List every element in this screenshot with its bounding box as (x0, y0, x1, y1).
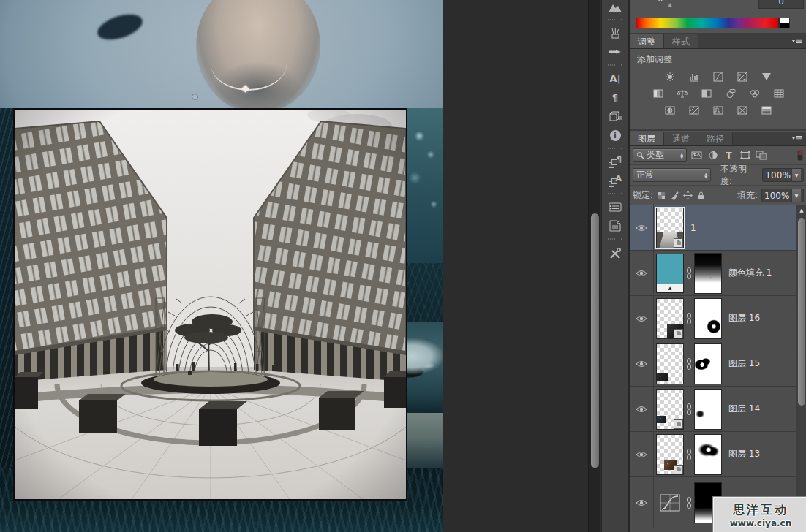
paragraph-panel-icon[interactable]: ¶ (602, 88, 628, 107)
mask-link-icon[interactable] (684, 497, 694, 509)
pixel-layer-filter-icon[interactable] (690, 151, 703, 160)
character-panel-icon[interactable]: A| (602, 69, 628, 88)
adjustment-photo-filter-icon[interactable] (723, 88, 739, 99)
layer-thumbnail[interactable] (656, 434, 684, 475)
notes-panel-icon[interactable] (602, 216, 628, 235)
layer-comps-panel-icon[interactable] (602, 197, 628, 216)
info-panel-icon[interactable]: i (602, 126, 628, 145)
tab-paths[interactable]: 路径 (698, 132, 733, 145)
tab-layers[interactable]: 图层 (630, 132, 664, 145)
layer-filtering-toggle[interactable] (796, 149, 804, 162)
opacity-field[interactable]: 100% ▼ (762, 168, 804, 182)
visibility-eye-icon[interactable] (630, 341, 654, 386)
adjustment-invert-icon[interactable] (662, 104, 678, 116)
layer-mask-thumbnail[interactable] (694, 434, 722, 475)
opacity-dropdown-arrow-icon[interactable]: ▼ (791, 169, 801, 181)
tab-adjustments[interactable]: 调整 (630, 34, 664, 48)
adjustment-vibrance-icon[interactable] (758, 71, 775, 83)
histogram-panel-icon[interactable] (602, 0, 628, 16)
black-swatch[interactable] (779, 23, 790, 28)
visibility-eye-icon[interactable] (630, 387, 654, 431)
panel-menu-icon[interactable] (791, 132, 806, 145)
mask-link-icon[interactable] (684, 358, 694, 370)
lock-all-icon[interactable] (696, 191, 706, 200)
adjustment-layer-filter-icon[interactable] (707, 151, 719, 160)
mask-link-icon[interactable] (684, 403, 694, 415)
layer-mask-thumbnail[interactable] (694, 298, 722, 339)
photoshop-workspace: A| ¶ i ¶ A (0, 0, 806, 532)
adjustment-brightness-contrast-icon[interactable] (662, 71, 678, 83)
layer-row-color-fill-1[interactable]: ▲ 颜色填充 1 (630, 251, 806, 296)
dock-group-handle[interactable] (602, 190, 628, 197)
adjustment-channel-mixer-icon[interactable] (747, 88, 763, 99)
visibility-eye-icon[interactable] (630, 432, 654, 476)
tool-presets-brush-panel-icon[interactable] (602, 42, 628, 61)
dock-group-handle[interactable] (602, 235, 628, 243)
adjustment-color-balance-icon[interactable] (674, 88, 690, 99)
lock-paint-icon[interactable] (670, 191, 679, 200)
tool-presets-panel-icon[interactable] (602, 243, 628, 265)
adjustment-levels-icon[interactable] (686, 71, 702, 83)
color-fill-thumbnail[interactable]: ▲ (656, 254, 684, 293)
adjustment-hue-saturation-icon[interactable] (650, 88, 666, 99)
adjustment-color-lookup-icon[interactable] (771, 88, 787, 99)
panel-menu-icon[interactable] (791, 34, 806, 48)
curves-adjustment-icon[interactable] (656, 494, 684, 512)
visibility-eye-icon[interactable] (630, 296, 654, 341)
layer-row-1[interactable]: 1 (630, 205, 806, 251)
color-value-field[interactable]: 0 (758, 0, 804, 9)
tab-styles[interactable]: 样式 (664, 34, 698, 48)
adjustment-gradient-map-icon[interactable] (734, 104, 750, 116)
paragraph-styles-panel-icon[interactable]: ¶ (602, 152, 628, 171)
scroll-up-arrow-icon[interactable]: ▲ (796, 205, 806, 216)
canvas-artboard[interactable] (0, 0, 443, 532)
dock-group-handle[interactable] (602, 61, 628, 69)
visibility-eye-icon[interactable] (630, 477, 654, 528)
dock-group-handle[interactable] (602, 16, 628, 23)
layer-row-14[interactable]: 图层 14 (630, 387, 806, 432)
fill-dropdown-arrow-icon[interactable]: ▼ (791, 189, 801, 202)
mask-link-icon[interactable] (684, 313, 694, 324)
mask-link-icon[interactable] (684, 449, 694, 460)
mask-link-icon[interactable] (684, 267, 694, 279)
visibility-eye-icon[interactable] (630, 251, 654, 295)
fill-field[interactable]: 100% ▼ (761, 189, 804, 202)
color-spectrum-ramp[interactable] (636, 18, 779, 28)
tab-channels[interactable]: 通道 (664, 132, 698, 145)
layer-mask-thumbnail[interactable] (694, 343, 722, 384)
layer-thumbnail[interactable] (656, 343, 684, 384)
filter-kind-dropdown[interactable]: 类型 ▲▼ (633, 148, 687, 162)
adjustment-curves-icon[interactable] (710, 71, 726, 83)
layer-row-15[interactable]: 图层 15 (630, 341, 806, 387)
layer-thumbnail[interactable] (656, 298, 684, 339)
layers-scrollbar-thumb[interactable] (798, 218, 805, 406)
shape-layer-filter-icon[interactable] (739, 151, 751, 160)
placed-photo-layer[interactable] (13, 108, 407, 501)
adjustment-black-white-icon[interactable] (698, 88, 715, 99)
document-vertical-scrollbar[interactable] (588, 0, 600, 532)
smart-object-filter-icon[interactable] (755, 151, 767, 160)
color-slider-marker-icon[interactable]: ▲ (668, 1, 672, 8)
adjustment-threshold-icon[interactable] (710, 104, 726, 116)
layer-row-16[interactable]: 图层 16 (630, 296, 806, 341)
adjustment-posterize-icon[interactable] (686, 104, 702, 116)
layer-mask-thumbnail[interactable] (694, 389, 722, 430)
lock-move-icon[interactable] (683, 191, 693, 200)
smart-object-badge-icon (674, 465, 683, 474)
brush-presets-panel-icon[interactable] (602, 23, 628, 42)
visibility-eye-icon[interactable] (630, 205, 654, 250)
layer-thumbnail[interactable] (656, 208, 684, 248)
adjustment-exposure-icon[interactable] (734, 71, 750, 83)
type-layer-filter-icon[interactable]: T (723, 151, 735, 161)
3d-material-panel-icon[interactable] (602, 107, 628, 126)
character-styles-panel-icon[interactable]: A (602, 171, 628, 190)
blend-mode-dropdown[interactable]: 正常 ▲▼ (633, 168, 711, 182)
dock-group-handle[interactable] (602, 145, 628, 152)
document-scrollbar-thumb[interactable] (591, 213, 599, 468)
layer-row-13[interactable]: 图层 13 (630, 432, 806, 477)
adjustment-selective-color-icon[interactable] (758, 104, 775, 116)
layer-thumbnail[interactable] (656, 389, 684, 430)
lock-transparency-icon[interactable] (657, 191, 666, 200)
layers-scrollbar[interactable]: ▲ (796, 205, 806, 532)
layer-mask-thumbnail[interactable] (694, 253, 722, 294)
